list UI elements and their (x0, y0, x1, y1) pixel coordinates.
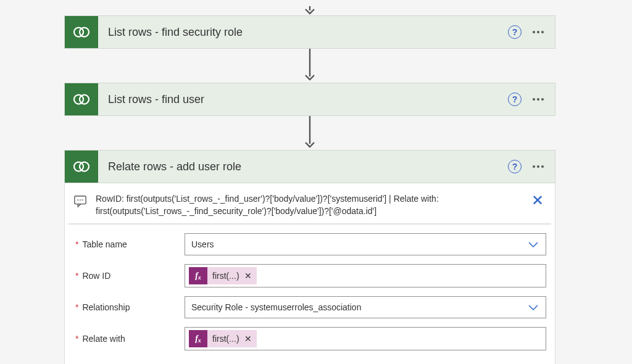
field-label: *Relationship (73, 302, 185, 312)
dataverse-icon (65, 151, 98, 183)
step-title: List rows - find security role (98, 16, 501, 48)
connector-arrow-top (64, 6, 555, 15)
dataverse-icon (65, 16, 98, 48)
help-icon[interactable]: ? (508, 25, 522, 39)
svg-point-11 (80, 199, 81, 201)
tablename-select[interactable]: Users (185, 233, 546, 255)
step-actions: ? (501, 151, 555, 183)
step-title: List rows - find user (98, 83, 501, 115)
more-icon[interactable] (529, 27, 547, 37)
svg-point-8 (80, 162, 89, 172)
step-find-security-role[interactable]: List rows - find security role ? (64, 15, 555, 49)
more-icon[interactable] (529, 94, 547, 104)
help-icon[interactable]: ? (508, 160, 522, 173)
select-value: Security Role - systemuserroles_associat… (185, 302, 521, 312)
field-label: *Row ID (73, 271, 185, 281)
step-find-user[interactable]: List rows - find user ? (64, 83, 555, 116)
more-icon[interactable] (529, 162, 547, 172)
comment-row: RowID: first(outputs('List_rows_-_find_u… (73, 193, 546, 217)
fx-icon: fx (189, 267, 207, 284)
connector-arrow (64, 49, 555, 83)
svg-point-5 (80, 95, 89, 104)
field-relationship: *Relationship Security Role - systemuser… (73, 296, 546, 318)
flow-container: List rows - find security role ? List ro… (64, 6, 555, 364)
step-body: RowID: first(outputs('List_rows_-_find_u… (64, 183, 555, 364)
step-relate-rows[interactable]: Relate rows - add user role ? (64, 150, 555, 183)
close-icon[interactable]: ✕ (529, 193, 546, 208)
step-actions: ? (501, 16, 555, 48)
step-actions: ? (501, 83, 555, 115)
svg-point-2 (80, 28, 89, 37)
chip-remove-icon[interactable]: ✕ (244, 330, 257, 347)
help-icon[interactable]: ? (508, 93, 522, 106)
comment-icon (73, 193, 87, 208)
flow-canvas: List rows - find security role ? List ro… (0, 0, 632, 364)
field-relate-with: *Relate with fx first(...) ✕ (73, 327, 546, 350)
comment-text: RowID: first(outputs('List_rows_-_find_u… (96, 193, 520, 217)
dataverse-icon (65, 83, 98, 115)
field-label: *Table name (73, 239, 185, 249)
rowid-input[interactable]: fx first(...) ✕ (185, 264, 546, 287)
fx-icon: fx (189, 330, 207, 347)
field-label: *Relate with (73, 334, 185, 344)
field-table-name: *Table name Users (73, 233, 546, 255)
divider (69, 223, 551, 225)
svg-point-12 (82, 199, 83, 201)
chevron-down-icon (521, 241, 546, 248)
step-title: Relate rows - add user role (98, 151, 501, 183)
chip-text: first(...) (207, 267, 244, 284)
chip-text: first(...) (207, 330, 244, 347)
select-value: Users (185, 239, 521, 249)
expression-chip[interactable]: fx first(...) ✕ (189, 330, 257, 347)
chevron-down-icon (521, 304, 546, 311)
relationship-select[interactable]: Security Role - systemuserroles_associat… (185, 296, 546, 318)
connector-arrow (64, 116, 555, 150)
svg-point-10 (77, 199, 78, 201)
expression-chip[interactable]: fx first(...) ✕ (189, 267, 257, 284)
field-row-id: *Row ID fx first(...) ✕ (73, 264, 546, 287)
chip-remove-icon[interactable]: ✕ (244, 267, 257, 284)
relatewith-input[interactable]: fx first(...) ✕ (185, 327, 546, 350)
